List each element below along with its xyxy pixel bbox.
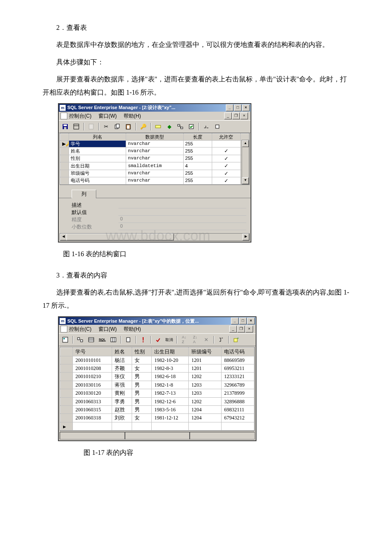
table-row[interactable]: 2001060318刘欣女1981-12-12120467943212 (61, 414, 254, 422)
table-row[interactable]: 班级编号nvarchar255 (61, 170, 249, 177)
cell-dtype[interactable]: nvarchar (126, 155, 183, 162)
show-results-icon[interactable] (109, 335, 118, 344)
row-header[interactable] (61, 414, 73, 422)
run-icon[interactable]: ! (138, 335, 148, 344)
col-header-name[interactable]: 列名 (69, 133, 126, 140)
cell-sid[interactable]: 2001010101 (73, 356, 112, 364)
table-row[interactable]: 姓名nvarchar255 (61, 147, 249, 155)
cell-cls[interactable]: 1201 (189, 356, 222, 364)
scroll-up-icon[interactable]: ▲ (242, 140, 249, 147)
new-row[interactable] (61, 422, 254, 430)
cell-name[interactable]: 蒋强 (112, 381, 132, 389)
table-row[interactable]: 2001010210张仪男1982-6-18120212333121 (61, 373, 254, 381)
cell-tel[interactable]: 69953211 (222, 364, 254, 373)
diagram-pane-icon[interactable] (61, 335, 70, 344)
menu-console[interactable]: 控制台(C) (69, 113, 92, 119)
cell-name[interactable]: 刘欣 (112, 414, 132, 422)
cell-null[interactable] (212, 162, 240, 170)
prop-desc-value[interactable] (118, 202, 246, 208)
cancel-icon[interactable]: 取消 (164, 335, 174, 344)
table-row[interactable]: 2001010208齐颖女1982-8-3120169953211 (61, 364, 254, 373)
table-row[interactable]: 电话号码nvarchar255 (61, 177, 249, 184)
cell-dob[interactable]: 1983-5-16 (152, 405, 189, 413)
cell-tel[interactable]: 32896888 (222, 397, 254, 405)
cell-sex[interactable]: 女 (132, 414, 152, 422)
titlebar[interactable]: m SQL Server Enterprise Manager - [2:设计表… (59, 104, 251, 112)
close-button[interactable]: × (247, 318, 255, 324)
col-header-sid[interactable]: 学号 (73, 348, 112, 356)
cell-sex[interactable]: 女 (132, 356, 152, 364)
cell-name[interactable]: 黄刚 (112, 389, 132, 397)
cell-name[interactable]: 性别 (69, 155, 126, 162)
cell-sid[interactable]: 2001010208 (73, 364, 112, 373)
tab-columns[interactable]: 列 (72, 190, 96, 198)
sort-asc-icon[interactable]: A↓Z (179, 335, 189, 344)
menu-console[interactable]: 控制台(C) (69, 326, 92, 332)
paste-icon[interactable] (124, 122, 133, 131)
table-row[interactable]: 2001060315赵胜男1983-5-16120469832111 (61, 405, 254, 413)
table-row[interactable]: 性别nvarchar255 (61, 155, 249, 162)
show-sql-icon[interactable]: SQL (98, 335, 107, 344)
menu-help[interactable]: 帮助(H) (124, 326, 141, 332)
maximize-button[interactable]: □ (239, 318, 247, 324)
col-header-dtype[interactable]: 数据类型 (126, 133, 183, 140)
cell-dob[interactable]: 1982-10-20 (152, 356, 189, 364)
col-header-sex[interactable]: 性别 (132, 348, 152, 356)
cell-cls[interactable]: 1202 (189, 373, 222, 381)
prop-default-value[interactable] (118, 209, 246, 216)
cell-null[interactable] (212, 170, 240, 177)
maximize-button[interactable]: □ (234, 104, 242, 111)
row-header[interactable] (61, 397, 73, 405)
scroll-thumb[interactable] (66, 234, 174, 240)
row-header[interactable] (61, 177, 69, 184)
properties-icon[interactable] (72, 122, 81, 131)
scroll-right-icon[interactable]: ▶ (242, 234, 249, 240)
cell-sex[interactable]: 男 (132, 389, 152, 397)
cell-null[interactable] (212, 147, 240, 155)
cell-sid[interactable]: 2001030120 (73, 389, 112, 397)
mdi-restore-button[interactable]: ❐ (237, 326, 245, 332)
show-grid-icon[interactable] (86, 335, 96, 344)
col-header-len[interactable]: 长度 (183, 133, 212, 140)
cell-dtype[interactable]: nvarchar (126, 177, 183, 184)
close-button[interactable]: × (242, 104, 250, 111)
cell-name[interactable]: 姓名 (69, 147, 126, 155)
cell-len[interactable]: 255 (183, 170, 212, 177)
cell-dob[interactable]: 1982-7-13 (152, 389, 189, 397)
primary-key-icon[interactable]: 🔑 (138, 122, 148, 131)
table-row[interactable]: 2001030116蒋强男1982-1-8120332966789 (61, 381, 254, 389)
menu-window[interactable]: 窗口(W) (98, 113, 117, 119)
col-header-dob[interactable]: 出生日期 (152, 348, 189, 356)
cell-len[interactable]: 4 (183, 162, 212, 170)
prop-scale-value[interactable]: 0 (118, 223, 246, 230)
insert-row-icon[interactable] (153, 122, 163, 131)
manage-index-icon[interactable] (202, 122, 211, 131)
cell-dtype[interactable]: nvarchar (126, 147, 183, 155)
save-icon[interactable] (61, 122, 70, 131)
scroll-left-icon[interactable]: ◀ (60, 234, 67, 240)
mdi-restore-button[interactable]: ❐ (232, 113, 240, 119)
cell-null[interactable] (212, 141, 240, 147)
cut-icon[interactable]: ✂ (101, 122, 111, 131)
row-header[interactable] (61, 356, 73, 364)
trigger-icon[interactable] (213, 122, 222, 131)
cell-cls[interactable]: 1201 (189, 364, 222, 373)
horizontal-scrollbar[interactable]: ◀ ▶ (60, 233, 250, 241)
cell-dtype[interactable]: nvarchar (126, 170, 183, 177)
verify-sql-icon[interactable] (153, 335, 163, 344)
mdi-close-button[interactable]: × (240, 113, 248, 119)
scroll-down-icon[interactable]: ▼ (242, 177, 249, 184)
script-icon[interactable] (86, 122, 96, 131)
cell-cls[interactable]: 1202 (189, 397, 222, 405)
cell-dob[interactable]: 1981-12-12 (152, 414, 189, 422)
cell-sid[interactable]: 2001010210 (73, 373, 112, 381)
cell-sex[interactable]: 男 (132, 373, 152, 381)
cell-name[interactable]: 李勇 (112, 397, 132, 405)
col-header-name[interactable]: 姓名 (112, 348, 132, 356)
row-header[interactable]: ▶🔑 (61, 141, 69, 147)
copy-icon[interactable] (112, 122, 122, 131)
table-row[interactable]: 2001030120黄刚男1982-7-13120321378999 (61, 389, 254, 397)
data-grid[interactable]: 学号 姓名 性别 出生日期 班级编号 电话号码 2001010101杨洁女198… (60, 347, 255, 431)
cell-sid[interactable]: 2001030116 (73, 381, 112, 389)
cell-cls[interactable]: 1203 (189, 389, 222, 397)
